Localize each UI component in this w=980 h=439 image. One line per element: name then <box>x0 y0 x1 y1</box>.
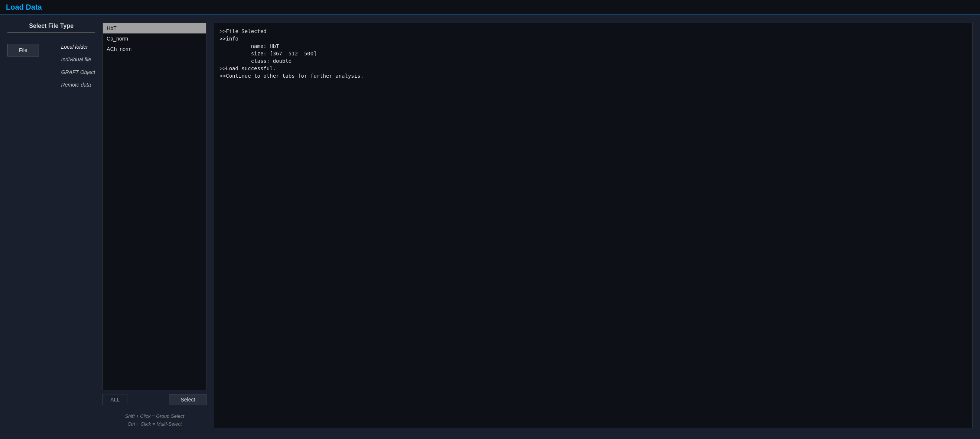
file-list-item[interactable]: ACh_norm <box>103 44 206 54</box>
hint-text: Shift + Click = Group Select Ctrl + Clic… <box>102 413 207 428</box>
file-list-item[interactable]: Ca_norm <box>103 34 206 44</box>
app-title: Load Data <box>6 3 974 11</box>
info-line: >>File Selected <box>220 28 967 34</box>
info-line: size: [367 512 500] <box>220 51 967 56</box>
left-panel: Select File Type File Local folderIndivi… <box>8 23 95 428</box>
all-button[interactable]: ALL <box>102 394 127 405</box>
middle-panel: HbTCa_normACh_norm ALL Select Shift + Cl… <box>102 23 207 428</box>
file-type-option[interactable]: Remote data <box>61 82 95 88</box>
file-type-option[interactable]: GRAFT Object <box>61 69 95 75</box>
info-line: name: HbT <box>220 43 967 49</box>
right-panel: >>File Selected>>info name: HbT size: [3… <box>214 23 972 428</box>
file-list-item[interactable]: HbT <box>103 23 206 34</box>
info-line: >>Continue to other tabs for further ana… <box>220 73 967 79</box>
file-type-options: Local folderIndividual fileGRAFT ObjectR… <box>46 44 95 88</box>
main-content: Select File Type File Local folderIndivi… <box>0 15 980 436</box>
info-line: >>info <box>220 36 967 42</box>
middle-buttons: ALL Select <box>102 394 207 405</box>
hint-line-1: Shift + Click = Group Select <box>102 413 207 420</box>
select-button[interactable]: Select <box>169 394 207 405</box>
select-file-type-label: Select File Type <box>8 23 95 33</box>
file-button[interactable]: File <box>8 44 39 56</box>
title-bar: Load Data <box>0 0 980 15</box>
info-line: >>Load successful. <box>220 65 967 71</box>
left-row: File Local folderIndividual fileGRAFT Ob… <box>8 40 95 88</box>
hint-line-2: Ctrl + Click = Multi-Select <box>102 420 207 428</box>
file-list[interactable]: HbTCa_normACh_norm <box>102 23 207 390</box>
info-line: class: double <box>220 58 967 64</box>
file-type-option[interactable]: Local folder <box>61 44 95 50</box>
file-type-option[interactable]: Individual file <box>61 56 95 62</box>
